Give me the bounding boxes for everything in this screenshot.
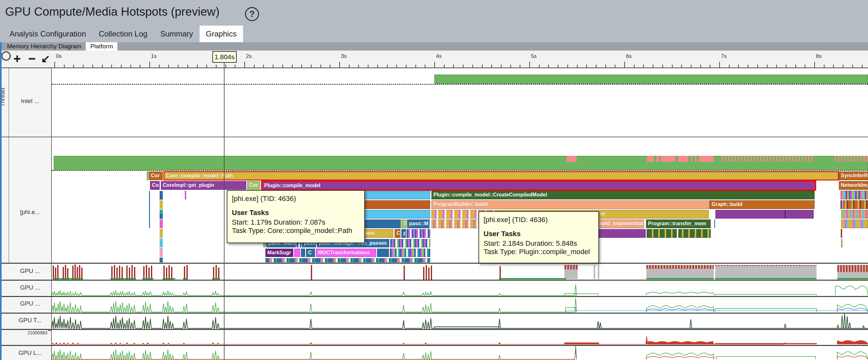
task-bar[interactable]: C bbox=[395, 229, 400, 238]
task-bar[interactable] bbox=[377, 249, 389, 257]
task-bar[interactable]: pass::M bbox=[407, 219, 430, 228]
ruler-tick bbox=[197, 65, 198, 67]
track-gpu2[interactable] bbox=[52, 281, 868, 296]
task-bar[interactable] bbox=[785, 210, 785, 218]
row-label-cnt[interactable]: 21000983 bbox=[9, 330, 47, 336]
row-label-gpul[interactable]: GPU L... bbox=[9, 350, 51, 357]
row-label-gpu3[interactable]: GPU ... bbox=[9, 300, 51, 308]
gpu-busy-block bbox=[646, 265, 714, 279]
task-bar[interactable] bbox=[301, 249, 305, 257]
task-bar[interactable]: MOCTransformations bbox=[316, 249, 376, 257]
task-bar[interactable] bbox=[678, 229, 711, 238]
ruler-tick bbox=[729, 65, 730, 67]
task-bar[interactable]: SyncInferR bbox=[839, 172, 868, 180]
track-gput[interactable] bbox=[52, 313, 868, 329]
ruler-tick bbox=[796, 65, 796, 67]
zoom-reset-icon[interactable]: ↙ bbox=[41, 51, 50, 66]
task-bar[interactable] bbox=[147, 172, 149, 180]
task-bar[interactable]: p bbox=[401, 229, 406, 238]
task-bar[interactable] bbox=[390, 249, 430, 257]
gpu-busy-spike bbox=[111, 266, 113, 280]
track-series bbox=[52, 350, 868, 359]
row-label-gpu1[interactable]: GPU ... bbox=[9, 268, 51, 275]
thread-preemption-mark bbox=[566, 156, 577, 162]
thread-preemption-mark bbox=[695, 156, 696, 162]
task-bar[interactable]: ProgramBuilder::build bbox=[431, 200, 710, 209]
ruler-tick bbox=[577, 65, 578, 67]
tab-summary[interactable]: Summary bbox=[154, 26, 199, 42]
subtab-platform[interactable]: Platform bbox=[86, 42, 117, 51]
track-cnt[interactable] bbox=[52, 330, 868, 345]
gpu-busy-spike bbox=[213, 267, 214, 280]
time-marker-line[interactable] bbox=[224, 63, 224, 360]
ruler-tick bbox=[738, 65, 739, 67]
help-icon[interactable]: ? bbox=[245, 7, 259, 21]
task-bar[interactable]: MarkSugr bbox=[266, 249, 293, 257]
task-bar[interactable] bbox=[185, 191, 186, 199]
task-bar[interactable]: Co bbox=[150, 181, 160, 190]
task-bar[interactable]: Cor bbox=[149, 172, 163, 180]
task-bar[interactable]: Plugin::compile_model::CreateCompiledMod… bbox=[431, 191, 814, 199]
ruler-tick bbox=[149, 62, 150, 67]
task-bar[interactable] bbox=[266, 258, 430, 262]
task-sliver bbox=[160, 238, 163, 247]
track-series bbox=[52, 313, 868, 328]
task-bar[interactable] bbox=[841, 219, 868, 228]
task-bar[interactable] bbox=[406, 229, 430, 238]
subtab-memory-hierarchy-diagram[interactable]: Memory Hierarchy Diagram bbox=[3, 42, 86, 51]
row-label-gput[interactable]: GPU T... bbox=[9, 317, 51, 325]
tab-analysis-configuration[interactable]: Analysis Configuration bbox=[3, 26, 92, 42]
task-bar[interactable]: NetworkImp bbox=[839, 181, 868, 190]
ruler-tick bbox=[387, 65, 388, 67]
row-label-intel[interactable]: Intel ... bbox=[9, 98, 51, 105]
gpu-busy-spike bbox=[171, 267, 173, 280]
gpu-busy-spike bbox=[423, 267, 425, 280]
row-separator bbox=[0, 263, 868, 264]
ruler-tick bbox=[586, 65, 587, 67]
task-bar[interactable] bbox=[714, 219, 715, 228]
task-bar[interactable]: Graph::build bbox=[710, 200, 814, 209]
task-bar[interactable]: T bbox=[401, 219, 406, 228]
track-series bbox=[52, 336, 868, 344]
task-bar[interactable] bbox=[841, 239, 842, 247]
task-bar[interactable] bbox=[647, 229, 677, 238]
gpu-busy-spike bbox=[65, 265, 66, 280]
task-bar[interactable] bbox=[390, 239, 430, 247]
zoom-in-button[interactable]: + bbox=[13, 51, 21, 66]
track-gpul[interactable] bbox=[52, 346, 868, 360]
gpu-busy-green-base bbox=[837, 278, 868, 279]
intel-thread-running-bar[interactable] bbox=[434, 74, 868, 84]
time-marker-value[interactable]: 1.804s bbox=[212, 51, 237, 63]
tab-collection-log[interactable]: Collection Log bbox=[92, 26, 154, 42]
task-bar[interactable]: Program::transfer_mem bbox=[646, 219, 711, 228]
task-bar-label: ProgramBuilder::build bbox=[433, 202, 488, 207]
ruler-tick bbox=[529, 62, 530, 67]
ruler-tick bbox=[453, 65, 454, 67]
tooltip-timing: Start: 1.179s Duration: 7.087s bbox=[232, 218, 360, 227]
task-bar[interactable] bbox=[294, 249, 300, 257]
row-label-phi[interactable]: [phi.e... bbox=[9, 209, 51, 216]
track-gpu3[interactable] bbox=[52, 297, 868, 312]
ruler-tick bbox=[311, 65, 311, 67]
tooltip-process: [phi.exe] (TID: 4636) bbox=[232, 194, 360, 203]
task-bar[interactable]: C bbox=[306, 249, 315, 257]
ruler-tick bbox=[606, 65, 606, 67]
task-bar[interactable] bbox=[843, 200, 868, 209]
ruler-tick-label: 0s bbox=[56, 53, 62, 60]
task-bar[interactable]: Cor bbox=[247, 181, 260, 190]
task-bar[interactable] bbox=[840, 191, 868, 199]
zoom-out-button[interactable]: − bbox=[28, 51, 35, 66]
task-bar[interactable] bbox=[840, 200, 842, 209]
task-bar[interactable]: Plugin::compile_model bbox=[261, 180, 816, 191]
task-bar[interactable]: Core::compile_model::Path bbox=[163, 171, 839, 180]
ruler-tick bbox=[396, 65, 397, 67]
row-label-gpu2[interactable]: GPU ... bbox=[9, 284, 51, 292]
task-bar[interactable] bbox=[715, 210, 814, 218]
task-bar[interactable] bbox=[841, 229, 842, 238]
ruler-tick bbox=[510, 65, 511, 67]
task-bar-label: Cor bbox=[151, 173, 160, 179]
task-bar[interactable] bbox=[841, 210, 868, 218]
ruler-tick bbox=[757, 65, 758, 67]
tab-graphics[interactable]: Graphics bbox=[199, 26, 243, 42]
task-bar[interactable]: CoreImpl::get_plugin bbox=[161, 181, 246, 190]
